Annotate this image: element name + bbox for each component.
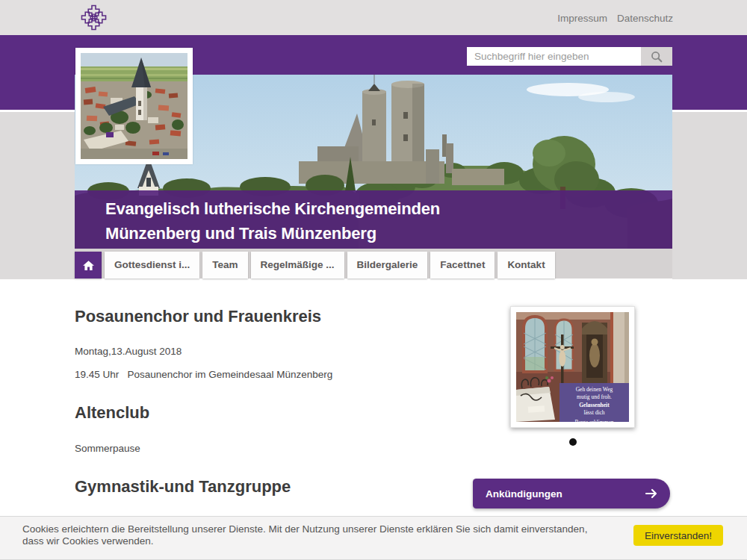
- arrow-right-icon: [645, 488, 658, 500]
- nav-tab-bildergalerie[interactable]: Bildergalerie: [347, 252, 428, 279]
- search-button[interactable]: [641, 47, 672, 66]
- right-gutter: [672, 112, 747, 279]
- announcements-label: Ankündigungen: [486, 488, 562, 500]
- village-thumbnail[interactable]: [75, 48, 193, 164]
- cookie-accept-button[interactable]: Einverstanden!: [633, 525, 723, 546]
- section-heading-posaunenchor: Posaunenchor und Frauenkreis: [75, 307, 482, 326]
- event-date: Montag,13.August 2018: [75, 346, 482, 357]
- altenclub-text: Sommerpause: [75, 443, 482, 454]
- cookie-message-line1: Cookies erleichtern die Bereitstellung u…: [22, 523, 620, 535]
- village-aerial-illustration: [81, 53, 187, 159]
- announcements-button[interactable]: Ankündigungen: [473, 479, 670, 508]
- ekd-cross-logo: [81, 4, 107, 31]
- section-heading-gymnastik: Gymnastik-und Tanzgruppe: [75, 477, 482, 497]
- event-detail: 19.45 Uhr Posaunenchor im Gemeindesaal M…: [75, 369, 482, 380]
- section-heading-altenclub: Altenclub: [75, 403, 482, 423]
- site-title-line1: Evangelisch lutherische Kirchengemeinden: [105, 196, 672, 221]
- nav-tab-facettnet[interactable]: Facettnet: [430, 252, 495, 279]
- nav-tab-team[interactable]: Team: [202, 252, 247, 279]
- main-content: Posaunenchor und Frauenkreis Montag,13.A…: [75, 297, 482, 497]
- nav-home-tab[interactable]: [75, 252, 102, 279]
- cookie-message: Cookies erleichtern die Bereitstellung u…: [22, 523, 620, 547]
- site-title-banner: Evangelisch lutherische Kirchengemeinden…: [75, 190, 672, 249]
- magnifier-icon: [650, 50, 663, 63]
- page-root: Impressum Datenschutz: [0, 0, 747, 560]
- topbar-links: Impressum Datenschutz: [557, 13, 673, 24]
- quote-line-4: lässt dich: [583, 409, 604, 416]
- topbar: Impressum Datenschutz: [0, 0, 747, 35]
- search-input[interactable]: [467, 47, 641, 66]
- church-cross-logo-icon[interactable]: [81, 4, 107, 31]
- nav-tab-kontakt[interactable]: Kontakt: [498, 252, 554, 279]
- quote-line-3: Gelassenheit: [579, 402, 610, 408]
- quote-line-2: mutig und froh.: [577, 393, 612, 400]
- left-gutter: [0, 112, 75, 279]
- sidebar-carousel-image[interactable]: Geh deinen Weg mutig und froh. Gelassenh…: [510, 306, 635, 428]
- nav-tab-regelmaessige[interactable]: Regelmäßige ...: [251, 252, 344, 279]
- quote-line-5: Berge erklimmen: [574, 419, 613, 423]
- cookie-banner: Cookies erleichtern die Bereitstellung u…: [0, 516, 747, 560]
- home-icon: [82, 259, 95, 272]
- impressum-link[interactable]: Impressum: [557, 13, 607, 24]
- nav-tab-gottesdienst[interactable]: Gottesdienst i...: [105, 252, 199, 279]
- main-nav: Gottesdienst i... Team Regelmäßige ... B…: [75, 252, 555, 279]
- carousel-dot[interactable]: [569, 438, 577, 446]
- cookie-message-line2: dass wir Cookies verwenden.: [22, 535, 620, 547]
- datenschutz-link[interactable]: Datenschutz: [617, 13, 673, 24]
- church-interior-illustration: Geh deinen Weg mutig und froh. Gelassenh…: [516, 312, 629, 422]
- site-title-line2: Münzenberg und Trais Münzenberg: [105, 221, 672, 246]
- search-form: [467, 47, 672, 66]
- quote-line-1: Geh deinen Weg: [576, 386, 613, 393]
